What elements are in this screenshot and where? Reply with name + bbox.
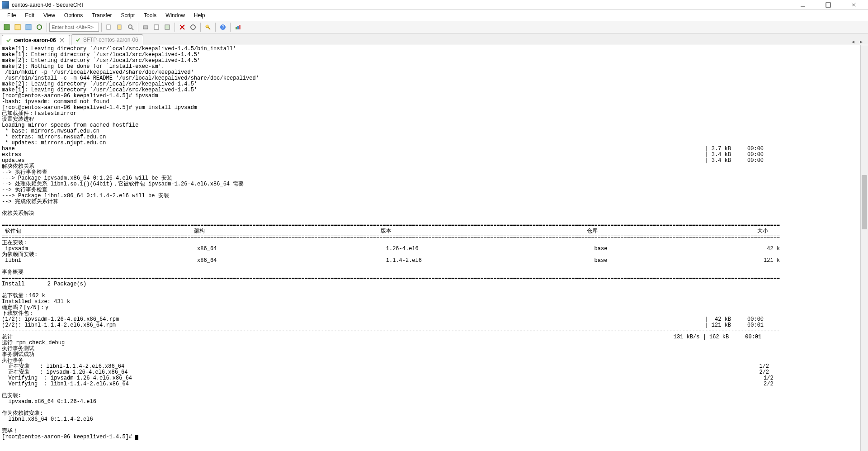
svg-rect-23	[237, 26, 239, 29]
close-button[interactable]	[844, 0, 863, 9]
separator	[138, 23, 138, 32]
scrollbar-thumb[interactable]	[862, 175, 867, 229]
properties-icon[interactable]	[151, 22, 161, 32]
terminal-container: make[1]: Leaving directory `/usr/local/s…	[0, 45, 868, 451]
svg-point-10	[128, 25, 132, 28]
svg-rect-24	[239, 25, 241, 29]
separator	[47, 23, 47, 32]
menu-transfer[interactable]: Transfer	[88, 11, 115, 20]
tab-sftp-centos-aaron-06[interactable]: SFTP-centos-aaron-06	[71, 34, 143, 45]
check-icon	[75, 37, 80, 43]
svg-rect-8	[107, 25, 110, 29]
help-icon[interactable]: ?	[218, 22, 228, 32]
svg-rect-9	[118, 25, 121, 29]
tab-label: SFTP-centos-aaron-06	[83, 37, 138, 43]
reconnect-icon[interactable]	[34, 22, 44, 32]
svg-rect-12	[143, 26, 148, 29]
print-icon[interactable]	[141, 22, 151, 32]
quick-connect-icon[interactable]	[13, 22, 23, 32]
toolbar: ?	[0, 21, 868, 33]
copy-icon[interactable]	[104, 22, 114, 32]
svg-point-17	[191, 25, 195, 29]
window-titlebar: centos-aaron-06 - SecureCRT	[0, 0, 868, 10]
check-icon	[6, 38, 11, 43]
vertical-scrollbar[interactable]	[860, 45, 868, 451]
menu-window[interactable]: Window	[162, 11, 189, 20]
key-icon[interactable]	[203, 22, 213, 32]
host-input[interactable]	[49, 23, 99, 32]
tab-nav: ◂ ▸	[850, 38, 866, 45]
close-icon[interactable]	[59, 37, 65, 43]
svg-line-19	[208, 27, 210, 29]
tab-prev-icon[interactable]: ◂	[850, 38, 856, 45]
terminal-output[interactable]: make[1]: Leaving directory `/usr/local/s…	[0, 45, 860, 451]
connect-icon[interactable]	[2, 22, 12, 32]
settings-icon[interactable]	[188, 22, 198, 32]
separator	[175, 23, 175, 32]
disconnect-icon[interactable]	[177, 22, 187, 32]
svg-point-7	[37, 25, 42, 29]
window-title: centos-aaron-06 - SecureCRT	[12, 2, 794, 8]
menu-view[interactable]: View	[40, 11, 59, 20]
menu-script[interactable]: Script	[117, 11, 138, 20]
separator	[200, 23, 201, 32]
tabbar: centos-aaron-06 SFTP-centos-aaron-06 ◂ ▸	[0, 33, 868, 45]
session-options-icon[interactable]	[162, 22, 172, 32]
svg-rect-6	[26, 24, 31, 30]
tab-centos-aaron-06[interactable]: centos-aaron-06	[2, 35, 70, 45]
svg-rect-4	[4, 24, 9, 30]
separator	[101, 23, 102, 32]
svg-rect-1	[826, 3, 830, 7]
app-icon	[2, 1, 9, 9]
connect-in-tab-icon[interactable]	[24, 22, 33, 32]
maximize-button[interactable]	[819, 0, 837, 9]
svg-text:?: ?	[222, 25, 224, 30]
separator	[215, 23, 216, 32]
svg-rect-22	[236, 27, 237, 29]
menu-file[interactable]: File	[4, 11, 19, 20]
menubar: File Edit View Options Transfer Script T…	[0, 10, 868, 21]
minimize-button[interactable]	[794, 0, 812, 9]
separator	[230, 23, 231, 32]
chart-icon[interactable]	[233, 22, 243, 32]
svg-line-11	[132, 28, 133, 30]
menu-options[interactable]: Options	[61, 11, 86, 20]
menu-help[interactable]: Help	[190, 11, 209, 20]
svg-rect-5	[15, 24, 20, 30]
menu-tools[interactable]: Tools	[140, 11, 160, 20]
window-controls	[794, 0, 866, 9]
find-icon[interactable]	[126, 22, 136, 32]
paste-icon[interactable]	[115, 22, 125, 32]
menu-edit[interactable]: Edit	[21, 11, 38, 20]
tab-label: centos-aaron-06	[14, 37, 56, 43]
tab-next-icon[interactable]: ▸	[858, 38, 864, 45]
svg-rect-14	[165, 25, 170, 29]
svg-rect-13	[154, 25, 159, 29]
